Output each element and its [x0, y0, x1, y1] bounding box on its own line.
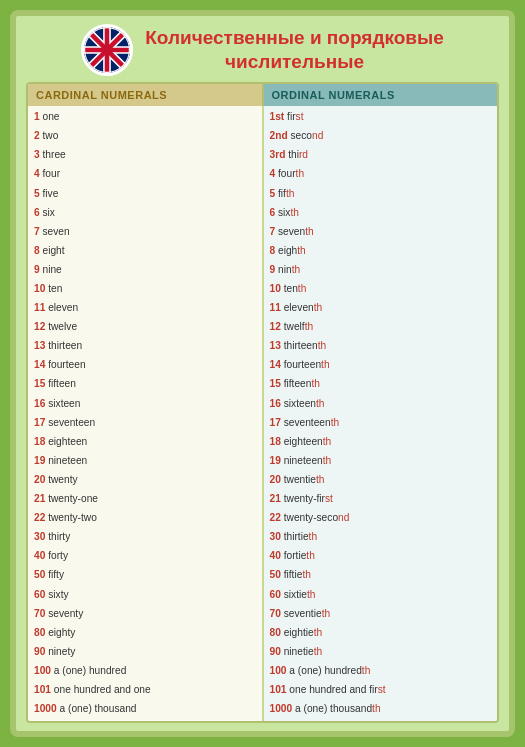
cardinal-row: 19 nineteen	[34, 454, 256, 469]
main-card: Количественные и порядковые числительные…	[10, 10, 515, 737]
ordinal-row: 15 fifteenth	[270, 377, 492, 392]
cardinal-row: 8 eight	[34, 244, 256, 259]
cardinal-row: 18 eighteen	[34, 435, 256, 450]
page-title: Количественные и порядковые числительные	[145, 26, 444, 74]
ordinal-row: 16 sixteenth	[270, 397, 492, 412]
cardinal-row: 30 thirty	[34, 530, 256, 545]
cardinal-row: 15 fifteen	[34, 377, 256, 392]
numerals-table: CARDINAL NUMERALS ORDINAL NUMERALS 1 one…	[26, 82, 499, 723]
ordinal-row: 60 sixtieth	[270, 588, 492, 603]
cardinal-row: 60 sixty	[34, 588, 256, 603]
cardinal-row: 90 ninety	[34, 645, 256, 660]
cardinal-row: 10 ten	[34, 282, 256, 297]
ordinal-header: ORDINAL NUMERALS	[264, 84, 498, 106]
cardinal-row: 13 thirteen	[34, 339, 256, 354]
ordinal-row: 12 twelfth	[270, 320, 492, 335]
flag-icon	[81, 24, 133, 76]
ordinal-row: 11 eleventh	[270, 301, 492, 316]
ordinal-row: 90 ninetieth	[270, 645, 492, 660]
cardinal-row: 2 two	[34, 129, 256, 144]
cardinal-row: 16 sixteen	[34, 397, 256, 412]
cardinal-row: 80 eighty	[34, 626, 256, 641]
ordinal-row: 6 sixth	[270, 206, 492, 221]
cardinal-row: 40 forty	[34, 549, 256, 564]
cardinal-row: 1000 a (one) thousand	[34, 702, 256, 717]
cardinal-row: 9 nine	[34, 263, 256, 278]
cardinal-row: 100 a (one) hundred	[34, 664, 256, 679]
ordinal-row: 10 tenth	[270, 282, 492, 297]
ordinal-row: 17 seventeenth	[270, 416, 492, 431]
cardinal-row: 4 four	[34, 167, 256, 182]
ordinal-row: 9 ninth	[270, 263, 492, 278]
ordinal-row: 21 twenty-first	[270, 492, 492, 507]
ordinal-row: 7 seventh	[270, 225, 492, 240]
cardinal-row: 50 fifty	[34, 568, 256, 583]
cardinal-row: 6 six	[34, 206, 256, 221]
cardinal-row: 5 five	[34, 187, 256, 202]
ordinal-row: 40 fortieth	[270, 549, 492, 564]
ordinal-row: 22 twenty-second	[270, 511, 492, 526]
ordinal-row: 50 fiftieth	[270, 568, 492, 583]
cardinal-row: 70 seventy	[34, 607, 256, 622]
ordinal-row: 3rd third	[270, 148, 492, 163]
cardinal-row: 12 twelve	[34, 320, 256, 335]
ordinal-row: 30 thirtieth	[270, 530, 492, 545]
ordinal-row: 18 eighteenth	[270, 435, 492, 450]
cardinal-row: 17 seventeen	[34, 416, 256, 431]
ordinal-row: 2nd second	[270, 129, 492, 144]
cardinal-row: 22 twenty-two	[34, 511, 256, 526]
cardinal-column: 1 one2 two3 three4 four5 five6 six7 seve…	[28, 106, 264, 721]
cardinal-row: 3 three	[34, 148, 256, 163]
ordinal-row: 80 eightieth	[270, 626, 492, 641]
ordinal-row: 100 a (one) hundredth	[270, 664, 492, 679]
cardinal-header: CARDINAL NUMERALS	[28, 84, 264, 106]
ordinal-row: 5 fifth	[270, 187, 492, 202]
ordinal-row: 4 fourth	[270, 167, 492, 182]
table-body: 1 one2 two3 three4 four5 five6 six7 seve…	[28, 106, 497, 721]
ordinal-row: 13 thirteenth	[270, 339, 492, 354]
ordinal-row: 70 seventieth	[270, 607, 492, 622]
ordinal-row: 1000 a (one) thousandth	[270, 702, 492, 717]
ordinal-row: 8 eighth	[270, 244, 492, 259]
header: Количественные и порядковые числительные	[26, 24, 499, 76]
cardinal-row: 11 eleven	[34, 301, 256, 316]
cardinal-row: 21 twenty-one	[34, 492, 256, 507]
cardinal-row: 20 twenty	[34, 473, 256, 488]
ordinal-row: 101 one hundred and first	[270, 683, 492, 698]
table-headers: CARDINAL NUMERALS ORDINAL NUMERALS	[28, 84, 497, 106]
cardinal-row: 14 fourteen	[34, 358, 256, 373]
ordinal-row: 14 fourteenth	[270, 358, 492, 373]
ordinal-row: 1st first	[270, 110, 492, 125]
cardinal-row: 1 one	[34, 110, 256, 125]
cardinal-row: 7 seven	[34, 225, 256, 240]
ordinal-column: 1st first2nd second3rd third4 fourth5 fi…	[264, 106, 498, 721]
cardinal-row: 101 one hundred and one	[34, 683, 256, 698]
ordinal-row: 19 nineteenth	[270, 454, 492, 469]
ordinal-row: 20 twentieth	[270, 473, 492, 488]
